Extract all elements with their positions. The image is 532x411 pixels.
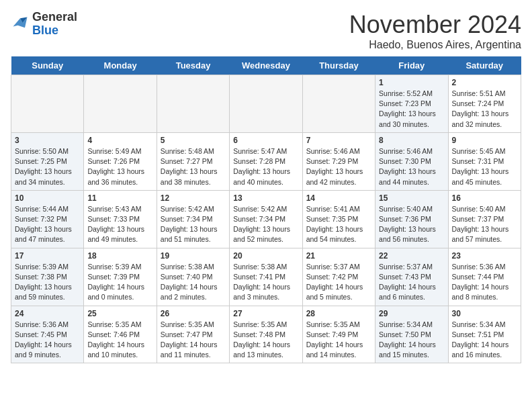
day-info: Sunrise: 5:44 AM Sunset: 7:32 PM Dayligh…: [15, 204, 80, 245]
calendar-day: 17Sunrise: 5:39 AM Sunset: 7:38 PM Dayli…: [11, 248, 84, 306]
day-info: Sunrise: 5:38 AM Sunset: 7:41 PM Dayligh…: [233, 262, 298, 303]
day-info: Sunrise: 5:39 AM Sunset: 7:38 PM Dayligh…: [15, 262, 80, 303]
calendar-day: 3Sunrise: 5:50 AM Sunset: 7:25 PM Daylig…: [11, 132, 84, 190]
calendar-day: 14Sunrise: 5:41 AM Sunset: 7:35 PM Dayli…: [302, 190, 375, 248]
day-number: 8: [379, 136, 444, 145]
calendar-day: 23Sunrise: 5:36 AM Sunset: 7:44 PM Dayli…: [448, 248, 521, 306]
day-info: Sunrise: 5:36 AM Sunset: 7:45 PM Dayligh…: [15, 320, 80, 361]
day-info: Sunrise: 5:37 AM Sunset: 7:42 PM Dayligh…: [306, 262, 371, 303]
calendar-day: 11Sunrise: 5:43 AM Sunset: 7:33 PM Dayli…: [84, 190, 157, 248]
day-info: Sunrise: 5:43 AM Sunset: 7:33 PM Dayligh…: [87, 204, 152, 245]
day-number: 3: [15, 136, 80, 145]
calendar-day: 15Sunrise: 5:40 AM Sunset: 7:36 PM Dayli…: [375, 190, 448, 248]
day-info: Sunrise: 5:47 AM Sunset: 7:28 PM Dayligh…: [233, 146, 298, 187]
calendar-day: 5Sunrise: 5:48 AM Sunset: 7:27 PM Daylig…: [157, 132, 229, 190]
calendar-day: 10Sunrise: 5:44 AM Sunset: 7:32 PM Dayli…: [11, 190, 84, 248]
day-number: 18: [87, 251, 152, 261]
day-number: 15: [379, 193, 444, 203]
title-block: November 2024 Haedo, Buenos Aires, Argen…: [349, 11, 521, 51]
day-info: Sunrise: 5:35 AM Sunset: 7:49 PM Dayligh…: [306, 320, 371, 361]
day-info: Sunrise: 5:41 AM Sunset: 7:35 PM Dayligh…: [306, 204, 371, 245]
logo: General Blue: [11, 11, 77, 38]
calendar-day: 18Sunrise: 5:39 AM Sunset: 7:39 PM Dayli…: [84, 248, 157, 306]
calendar-day: 6Sunrise: 5:47 AM Sunset: 7:28 PM Daylig…: [230, 132, 302, 190]
calendar-day: 29Sunrise: 5:34 AM Sunset: 7:50 PM Dayli…: [375, 306, 448, 363]
day-number: 13: [233, 193, 298, 203]
day-number: 30: [452, 309, 517, 318]
calendar-day: [302, 75, 375, 133]
calendar-header-row: SundayMondayTuesdayWednesdayThursdayFrid…: [11, 56, 521, 75]
calendar-week-1: 1Sunrise: 5:52 AM Sunset: 7:23 PM Daylig…: [11, 75, 521, 133]
calendar-day: 2Sunrise: 5:51 AM Sunset: 7:24 PM Daylig…: [448, 75, 521, 133]
calendar-day: [157, 75, 229, 133]
day-number: 27: [233, 309, 298, 318]
day-header-wednesday: Wednesday: [230, 56, 302, 75]
day-number: 24: [15, 309, 80, 318]
day-number: 11: [87, 193, 152, 203]
day-number: 5: [161, 136, 226, 145]
day-info: Sunrise: 5:37 AM Sunset: 7:43 PM Dayligh…: [379, 262, 444, 303]
day-info: Sunrise: 5:34 AM Sunset: 7:50 PM Dayligh…: [379, 320, 444, 361]
calendar-day: [230, 75, 302, 133]
calendar-day: 22Sunrise: 5:37 AM Sunset: 7:43 PM Dayli…: [375, 248, 448, 306]
day-info: Sunrise: 5:40 AM Sunset: 7:37 PM Dayligh…: [452, 204, 517, 245]
calendar-day: 19Sunrise: 5:38 AM Sunset: 7:40 PM Dayli…: [157, 248, 229, 306]
calendar-day: 12Sunrise: 5:42 AM Sunset: 7:34 PM Dayli…: [157, 190, 229, 248]
calendar-day: 8Sunrise: 5:46 AM Sunset: 7:30 PM Daylig…: [375, 132, 448, 190]
day-number: 28: [306, 309, 371, 318]
day-info: Sunrise: 5:35 AM Sunset: 7:47 PM Dayligh…: [161, 320, 226, 361]
calendar-day: 9Sunrise: 5:45 AM Sunset: 7:31 PM Daylig…: [448, 132, 521, 190]
calendar-day: 20Sunrise: 5:38 AM Sunset: 7:41 PM Dayli…: [230, 248, 302, 306]
calendar-day: 7Sunrise: 5:46 AM Sunset: 7:29 PM Daylig…: [302, 132, 375, 190]
day-info: Sunrise: 5:48 AM Sunset: 7:27 PM Dayligh…: [161, 146, 226, 187]
day-info: Sunrise: 5:51 AM Sunset: 7:24 PM Dayligh…: [452, 89, 517, 130]
day-number: 23: [452, 251, 517, 261]
calendar-day: 27Sunrise: 5:35 AM Sunset: 7:48 PM Dayli…: [230, 306, 302, 363]
day-info: Sunrise: 5:35 AM Sunset: 7:48 PM Dayligh…: [233, 320, 298, 361]
calendar-day: [84, 75, 157, 133]
day-number: 20: [233, 251, 298, 261]
day-number: 4: [87, 136, 152, 145]
day-number: 19: [161, 251, 226, 261]
calendar-week-2: 3Sunrise: 5:50 AM Sunset: 7:25 PM Daylig…: [11, 132, 521, 190]
day-number: 21: [306, 251, 371, 261]
day-info: Sunrise: 5:42 AM Sunset: 7:34 PM Dayligh…: [161, 204, 226, 245]
day-number: 29: [379, 309, 444, 318]
calendar-week-3: 10Sunrise: 5:44 AM Sunset: 7:32 PM Dayli…: [11, 190, 521, 248]
day-number: 12: [161, 193, 226, 203]
day-header-tuesday: Tuesday: [157, 56, 229, 75]
day-header-friday: Friday: [375, 56, 448, 75]
day-info: Sunrise: 5:42 AM Sunset: 7:34 PM Dayligh…: [233, 204, 298, 245]
day-number: 26: [161, 309, 226, 318]
calendar-day: 13Sunrise: 5:42 AM Sunset: 7:34 PM Dayli…: [230, 190, 302, 248]
day-info: Sunrise: 5:46 AM Sunset: 7:30 PM Dayligh…: [379, 146, 444, 187]
day-number: 14: [306, 193, 371, 203]
calendar-day: 26Sunrise: 5:35 AM Sunset: 7:47 PM Dayli…: [157, 306, 229, 363]
day-info: Sunrise: 5:38 AM Sunset: 7:40 PM Dayligh…: [161, 262, 226, 303]
calendar-day: 16Sunrise: 5:40 AM Sunset: 7:37 PM Dayli…: [448, 190, 521, 248]
day-header-sunday: Sunday: [11, 56, 84, 75]
day-number: 1: [379, 78, 444, 87]
calendar-day: 21Sunrise: 5:37 AM Sunset: 7:42 PM Dayli…: [302, 248, 375, 306]
calendar-week-5: 24Sunrise: 5:36 AM Sunset: 7:45 PM Dayli…: [11, 306, 521, 363]
day-number: 16: [452, 193, 517, 203]
day-number: 9: [452, 136, 517, 145]
day-number: 17: [15, 251, 80, 261]
calendar-day: 25Sunrise: 5:35 AM Sunset: 7:46 PM Dayli…: [84, 306, 157, 363]
calendar-day: 28Sunrise: 5:35 AM Sunset: 7:49 PM Dayli…: [302, 306, 375, 363]
day-number: 2: [452, 78, 517, 87]
day-info: Sunrise: 5:40 AM Sunset: 7:36 PM Dayligh…: [379, 204, 444, 245]
calendar-day: 1Sunrise: 5:52 AM Sunset: 7:23 PM Daylig…: [375, 75, 448, 133]
day-info: Sunrise: 5:46 AM Sunset: 7:29 PM Dayligh…: [306, 146, 371, 187]
day-header-thursday: Thursday: [302, 56, 375, 75]
calendar-day: 24Sunrise: 5:36 AM Sunset: 7:45 PM Dayli…: [11, 306, 84, 363]
logo-text: General Blue: [32, 11, 77, 38]
day-info: Sunrise: 5:34 AM Sunset: 7:51 PM Dayligh…: [452, 320, 517, 361]
day-info: Sunrise: 5:52 AM Sunset: 7:23 PM Dayligh…: [379, 89, 444, 130]
day-number: 25: [87, 309, 152, 318]
day-info: Sunrise: 5:35 AM Sunset: 7:46 PM Dayligh…: [87, 320, 152, 361]
day-header-monday: Monday: [84, 56, 157, 75]
day-number: 7: [306, 136, 371, 145]
day-info: Sunrise: 5:45 AM Sunset: 7:31 PM Dayligh…: [452, 146, 517, 187]
calendar-day: [11, 75, 84, 133]
